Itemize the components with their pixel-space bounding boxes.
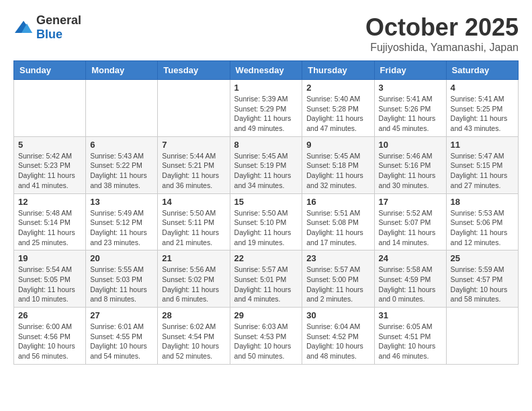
- header: General Blue October 2025 Fujiyoshida, Y…: [13, 13, 519, 54]
- calendar-cell: 4Sunrise: 5:41 AM Sunset: 5:25 PM Daylig…: [446, 80, 518, 137]
- day-info: Sunrise: 5:56 AM Sunset: 5:02 PM Dayligh…: [162, 265, 225, 304]
- calendar-cell: 13Sunrise: 5:49 AM Sunset: 5:12 PM Dayli…: [86, 193, 158, 250]
- weekday-header-row: SundayMondayTuesdayWednesdayThursdayFrid…: [14, 61, 519, 80]
- calendar-cell: 3Sunrise: 5:41 AM Sunset: 5:26 PM Daylig…: [374, 80, 446, 137]
- day-info: Sunrise: 5:57 AM Sunset: 5:01 PM Dayligh…: [234, 265, 298, 304]
- day-info: Sunrise: 5:50 AM Sunset: 5:11 PM Dayligh…: [162, 208, 225, 248]
- calendar-cell: [446, 308, 518, 365]
- day-number: 3: [379, 83, 442, 93]
- day-number: 26: [18, 310, 81, 320]
- day-number: 7: [162, 140, 225, 150]
- day-info: Sunrise: 5:53 AM Sunset: 5:06 PM Dayligh…: [451, 208, 514, 248]
- calendar-cell: 12Sunrise: 5:48 AM Sunset: 5:14 PM Dayli…: [14, 193, 86, 250]
- day-number: 22: [234, 253, 298, 263]
- day-info: Sunrise: 5:44 AM Sunset: 5:21 PM Dayligh…: [162, 151, 225, 191]
- day-info: Sunrise: 6:02 AM Sunset: 4:54 PM Dayligh…: [162, 322, 225, 361]
- weekday-header-monday: Monday: [86, 61, 158, 80]
- calendar-cell: 24Sunrise: 5:58 AM Sunset: 4:59 PM Dayli…: [374, 250, 446, 308]
- day-info: Sunrise: 5:58 AM Sunset: 4:59 PM Dayligh…: [379, 265, 442, 304]
- day-number: 30: [306, 310, 369, 320]
- day-number: 29: [234, 310, 298, 320]
- week-row-4: 19Sunrise: 5:54 AM Sunset: 5:05 PM Dayli…: [14, 250, 519, 308]
- day-info: Sunrise: 5:41 AM Sunset: 5:25 PM Dayligh…: [451, 94, 514, 134]
- calendar-cell: 16Sunrise: 5:51 AM Sunset: 5:08 PM Dayli…: [302, 193, 374, 250]
- calendar-cell: 21Sunrise: 5:56 AM Sunset: 5:02 PM Dayli…: [158, 250, 230, 308]
- logo-icon: [13, 19, 34, 36]
- week-row-2: 5Sunrise: 5:42 AM Sunset: 5:23 PM Daylig…: [14, 136, 519, 193]
- calendar-cell: 11Sunrise: 5:47 AM Sunset: 5:15 PM Dayli…: [446, 136, 518, 193]
- day-number: 4: [451, 83, 514, 93]
- day-number: 23: [306, 253, 369, 263]
- day-info: Sunrise: 5:55 AM Sunset: 5:03 PM Dayligh…: [90, 265, 153, 304]
- calendar-cell: 23Sunrise: 5:57 AM Sunset: 5:00 PM Dayli…: [302, 250, 374, 308]
- calendar-cell: 15Sunrise: 5:50 AM Sunset: 5:10 PM Dayli…: [230, 193, 302, 250]
- day-info: Sunrise: 5:48 AM Sunset: 5:14 PM Dayligh…: [18, 208, 81, 248]
- weekday-header-saturday: Saturday: [446, 61, 518, 80]
- calendar-cell: 1Sunrise: 5:39 AM Sunset: 5:29 PM Daylig…: [230, 80, 302, 137]
- calendar-cell: 30Sunrise: 6:04 AM Sunset: 4:52 PM Dayli…: [302, 308, 374, 365]
- day-info: Sunrise: 5:47 AM Sunset: 5:15 PM Dayligh…: [451, 151, 514, 191]
- day-number: 27: [90, 310, 153, 320]
- calendar-cell: 19Sunrise: 5:54 AM Sunset: 5:05 PM Dayli…: [14, 250, 86, 308]
- day-number: 8: [234, 140, 298, 150]
- calendar-cell: 29Sunrise: 6:03 AM Sunset: 4:53 PM Dayli…: [230, 308, 302, 365]
- day-number: 17: [379, 197, 442, 207]
- day-number: 21: [162, 253, 225, 263]
- weekday-header-sunday: Sunday: [14, 61, 86, 80]
- day-info: Sunrise: 5:49 AM Sunset: 5:12 PM Dayligh…: [90, 208, 153, 248]
- day-info: Sunrise: 5:57 AM Sunset: 5:00 PM Dayligh…: [306, 265, 369, 304]
- day-number: 9: [306, 140, 369, 150]
- calendar-cell: 18Sunrise: 5:53 AM Sunset: 5:06 PM Dayli…: [446, 193, 518, 250]
- day-number: 11: [451, 140, 514, 150]
- calendar-cell: 2Sunrise: 5:40 AM Sunset: 5:28 PM Daylig…: [302, 80, 374, 137]
- day-info: Sunrise: 6:05 AM Sunset: 4:51 PM Dayligh…: [379, 322, 442, 361]
- calendar-cell: 9Sunrise: 5:45 AM Sunset: 5:18 PM Daylig…: [302, 136, 374, 193]
- day-info: Sunrise: 6:01 AM Sunset: 4:55 PM Dayligh…: [90, 322, 153, 361]
- calendar-cell: 20Sunrise: 5:55 AM Sunset: 5:03 PM Dayli…: [86, 250, 158, 308]
- day-info: Sunrise: 6:03 AM Sunset: 4:53 PM Dayligh…: [234, 322, 298, 361]
- weekday-header-tuesday: Tuesday: [158, 61, 230, 80]
- calendar-cell: 14Sunrise: 5:50 AM Sunset: 5:11 PM Dayli…: [158, 193, 230, 250]
- day-number: 19: [18, 253, 81, 263]
- day-info: Sunrise: 6:04 AM Sunset: 4:52 PM Dayligh…: [306, 322, 369, 361]
- calendar-cell: [86, 80, 158, 137]
- location-title: Fujiyoshida, Yamanashi, Japan: [365, 42, 519, 54]
- day-number: 14: [162, 197, 225, 207]
- calendar-cell: 31Sunrise: 6:05 AM Sunset: 4:51 PM Dayli…: [374, 308, 446, 365]
- day-number: 28: [162, 310, 225, 320]
- day-number: 16: [306, 197, 369, 207]
- calendar-cell: 26Sunrise: 6:00 AM Sunset: 4:56 PM Dayli…: [14, 308, 86, 365]
- day-info: Sunrise: 5:42 AM Sunset: 5:23 PM Dayligh…: [18, 151, 81, 191]
- calendar-cell: 22Sunrise: 5:57 AM Sunset: 5:01 PM Dayli…: [230, 250, 302, 308]
- day-info: Sunrise: 5:41 AM Sunset: 5:26 PM Dayligh…: [379, 94, 442, 134]
- day-number: 24: [379, 253, 442, 263]
- calendar-cell: 25Sunrise: 5:59 AM Sunset: 4:57 PM Dayli…: [446, 250, 518, 308]
- calendar-cell: 10Sunrise: 5:46 AM Sunset: 5:16 PM Dayli…: [374, 136, 446, 193]
- day-info: Sunrise: 5:46 AM Sunset: 5:16 PM Dayligh…: [379, 151, 442, 191]
- day-number: 31: [379, 310, 442, 320]
- day-info: Sunrise: 5:40 AM Sunset: 5:28 PM Dayligh…: [306, 94, 369, 134]
- day-number: 20: [90, 253, 153, 263]
- day-number: 12: [18, 197, 81, 207]
- logo-text: General Blue: [36, 13, 81, 42]
- calendar-cell: 17Sunrise: 5:52 AM Sunset: 5:07 PM Dayli…: [374, 193, 446, 250]
- week-row-1: 1Sunrise: 5:39 AM Sunset: 5:29 PM Daylig…: [14, 80, 519, 137]
- week-row-5: 26Sunrise: 6:00 AM Sunset: 4:56 PM Dayli…: [14, 308, 519, 365]
- calendar-cell: 28Sunrise: 6:02 AM Sunset: 4:54 PM Dayli…: [158, 308, 230, 365]
- weekday-header-wednesday: Wednesday: [230, 61, 302, 80]
- calendar: SundayMondayTuesdayWednesdayThursdayFrid…: [13, 60, 519, 365]
- calendar-cell: 5Sunrise: 5:42 AM Sunset: 5:23 PM Daylig…: [14, 136, 86, 193]
- calendar-cell: [158, 80, 230, 137]
- calendar-cell: 8Sunrise: 5:45 AM Sunset: 5:19 PM Daylig…: [230, 136, 302, 193]
- day-info: Sunrise: 5:39 AM Sunset: 5:29 PM Dayligh…: [234, 94, 298, 134]
- month-title: October 2025: [365, 13, 519, 42]
- day-info: Sunrise: 5:45 AM Sunset: 5:19 PM Dayligh…: [234, 151, 298, 191]
- calendar-cell: [14, 80, 86, 137]
- day-number: 15: [234, 197, 298, 207]
- day-info: Sunrise: 6:00 AM Sunset: 4:56 PM Dayligh…: [18, 322, 81, 361]
- day-number: 2: [306, 83, 369, 93]
- logo-blue: Blue: [36, 28, 62, 41]
- weekday-header-thursday: Thursday: [302, 61, 374, 80]
- day-number: 25: [451, 253, 514, 263]
- day-info: Sunrise: 5:52 AM Sunset: 5:07 PM Dayligh…: [379, 208, 442, 248]
